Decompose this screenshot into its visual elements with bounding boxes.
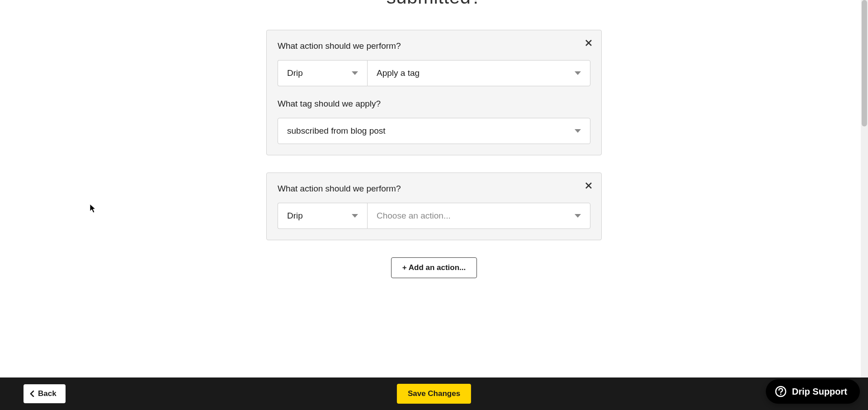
close-card-button[interactable] — [584, 181, 593, 190]
provider-select-value: Drip — [287, 68, 303, 78]
action-question-label: What action should we perform? — [278, 41, 590, 51]
content-area: What action should we perform? Drip Appl… — [266, 8, 602, 278]
provider-select[interactable]: Drip — [278, 60, 367, 86]
action-card: What action should we perform? Drip Choo… — [266, 172, 602, 240]
svg-point-5 — [780, 394, 781, 395]
close-card-button[interactable] — [584, 38, 593, 47]
support-widget[interactable]: Drip Support — [766, 379, 860, 404]
action-select-placeholder: Choose an action... — [377, 211, 451, 221]
close-icon — [585, 182, 592, 189]
tag-select-value: subscribed from blog post — [287, 126, 386, 136]
action-select[interactable]: Apply a tag — [367, 60, 590, 86]
action-card: What action should we perform? Drip Appl… — [266, 30, 602, 155]
back-button[interactable]: Back — [24, 384, 66, 403]
action-select-value: Apply a tag — [377, 68, 420, 78]
action-select[interactable]: Choose an action... — [367, 203, 590, 229]
provider-select[interactable]: Drip — [278, 203, 367, 229]
support-label: Drip Support — [792, 387, 847, 397]
chevron-down-icon — [352, 214, 358, 218]
close-icon — [585, 39, 592, 47]
chevron-left-icon — [30, 391, 34, 397]
action-select-row: Drip Choose an action... — [278, 203, 590, 229]
action-select-row: Drip Apply a tag — [278, 60, 590, 86]
provider-select-value: Drip — [287, 211, 303, 221]
scrollbar-thumb[interactable] — [862, 0, 867, 126]
mouse-cursor — [90, 204, 96, 213]
bottom-bar: Back Save Changes — [0, 377, 868, 410]
tag-field-group: What tag should we apply? subscribed fro… — [278, 99, 590, 144]
chevron-down-icon — [575, 214, 581, 218]
scrollbar-track[interactable] — [861, 0, 868, 377]
tag-select[interactable]: subscribed from blog post — [278, 118, 590, 144]
save-changes-button[interactable]: Save Changes — [397, 384, 471, 404]
chevron-down-icon — [575, 71, 581, 75]
back-button-label: Back — [38, 389, 57, 398]
help-icon — [775, 386, 787, 397]
chevron-down-icon — [575, 129, 581, 133]
page-title-fragment: submitted? — [0, 0, 868, 8]
chevron-down-icon — [352, 71, 358, 75]
add-action-button[interactable]: + Add an action... — [391, 257, 477, 278]
action-question-label: What action should we perform? — [278, 184, 590, 194]
tag-question-label: What tag should we apply? — [278, 99, 590, 109]
